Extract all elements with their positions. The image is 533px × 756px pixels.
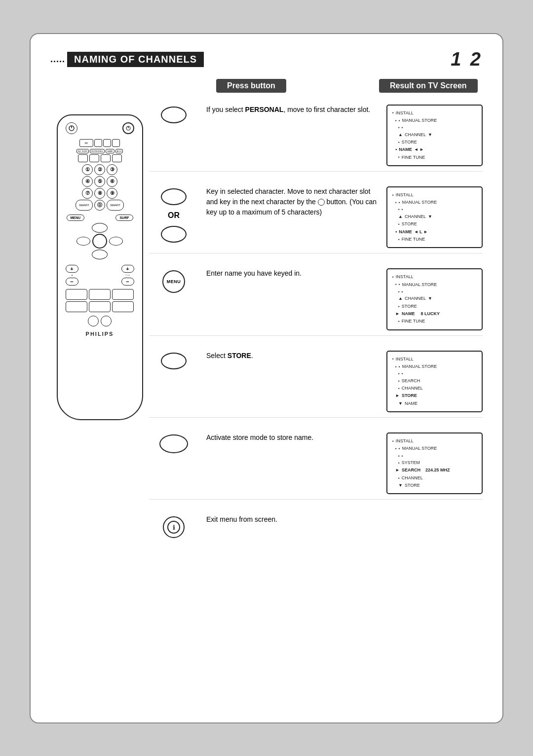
remote-btn-td2[interactable] [103, 139, 111, 147]
tv-line: ▪ STORE [392, 139, 477, 146]
remote-column: AV INC SURR INCREDIBLE GAME A/CH [50, 100, 149, 559]
tv-line: ▲ CHANNEL ▼ [392, 213, 477, 220]
tv-line: ▪ STORE [392, 220, 477, 228]
remote-btn-b1[interactable] [66, 289, 87, 300]
oval-button-2b[interactable] [161, 226, 187, 243]
tv-screen-3: ▪ INSTALL ▪ ▪ MANUAL STORE ▪ ▪ ▲ CHANNEL… [386, 268, 483, 330]
row5-screen: ▪ INSTALL ▪ ▪ MANUAL STORE ▪ ▪ ▪ SYSTEM … [386, 432, 483, 494]
row1-button-col [149, 105, 198, 123]
tv-line: ▼ STORE [392, 482, 477, 489]
remote-brand: PHILIPS [86, 331, 114, 337]
remote-btn-6[interactable]: ⑥ [107, 176, 117, 187]
tv-line: ▼ NAME [392, 400, 477, 407]
tv-line: ▪ STORE [392, 303, 477, 310]
remote-btn-0[interactable]: ⓪ [94, 200, 105, 211]
remote-btn-1[interactable]: ① [82, 164, 93, 175]
col-header-press: Press button [216, 79, 286, 93]
tv-line-active: ▪ NAME ◄ ► [392, 146, 477, 153]
tv-line: ▲ CHANNEL ▼ [392, 131, 477, 139]
row6-button-col: ℹ [149, 514, 198, 538]
row-1: If you select PERSONAL, move to first ch… [149, 100, 483, 172]
tv-line: ▪ INSTALL [392, 109, 477, 117]
tv-line: ▪ ▪ [392, 288, 477, 295]
remote-btn-7[interactable]: ⑦ [82, 188, 93, 199]
tv-screen-4: ▪ INSTALL ▪ ▪ MANUAL STORE ▪ ▪ ▪ SEARCH … [386, 351, 483, 412]
tv-screen-5: ▪ INSTALL ▪ ▪ MANUAL STORE ▪ ▪ ▪ SYSTEM … [386, 432, 483, 494]
remote-btn-power[interactable] [66, 122, 77, 134]
two-ovals-group: OR [161, 188, 187, 243]
tv-line: ▪ ▪ [392, 370, 477, 377]
remote-btn-4[interactable]: ④ [82, 176, 93, 187]
remote-btn-standby[interactable] [122, 122, 134, 134]
desc-text-1b: PERSONAL [245, 106, 284, 113]
tv-line-active: ► SEARCH 224.25 MHZ [392, 467, 477, 474]
tv-line: ▪ ▪ MANUAL STORE [392, 445, 477, 452]
tv-line-active: ► STORE [392, 392, 477, 399]
desc-text-5: Activate store mode to store name. [206, 433, 313, 441]
row1-screen: ▪ INSTALL ▪ ▪ MANUAL STORE ▪ ▪ ▲ CHANNEL… [386, 105, 483, 166]
tv-screen-2: ▪ INSTALL ▪ ▪ MANUAL STORE ▪ ▪ ▲ CHANNEL… [386, 186, 483, 248]
row2-description: Key in selected character. Move to next … [198, 186, 386, 217]
tv-line: ▪ CHANNEL [392, 474, 477, 482]
tv-line: ▪ INSTALL [392, 191, 477, 199]
tv-line-active: ▪ NAME ◄ L ► [392, 228, 477, 236]
remote-btn-9[interactable]: ⑨ [107, 188, 117, 199]
remote-btn-b4[interactable] [66, 301, 87, 312]
row4-screen: ▪ INSTALL ▪ ▪ MANUAL STORE ▪ ▪ ▪ SEARCH … [386, 351, 483, 412]
tv-screen-1: ▪ INSTALL ▪ ▪ MANUAL STORE ▪ ▪ ▲ CHANNEL… [386, 105, 483, 166]
title-box: ..... Naming of Channels [50, 52, 204, 67]
col-header-result: Result on TV Screen [379, 79, 478, 93]
remote-btn-td[interactable] [94, 139, 102, 147]
header: ..... Naming of Channels 1 2 [50, 49, 483, 70]
tv-line: ▪ SEARCH [392, 377, 477, 385]
row2-screen: ▪ INSTALL ▪ ▪ MANUAL STORE ▪ ▪ ▲ CHANNEL… [386, 186, 483, 248]
tv-line: ▪ CHANNEL [392, 385, 477, 392]
remote-control: AV INC SURR INCREDIBLE GAME A/CH [57, 114, 143, 420]
remote-btn-b3[interactable] [112, 289, 134, 300]
main-layout: AV INC SURR INCREDIBLE GAME A/CH [50, 100, 483, 559]
remote-btn-3[interactable]: ③ [107, 164, 117, 175]
oval-button-4[interactable] [161, 353, 187, 369]
remote-btn-5[interactable]: ⑤ [94, 176, 105, 187]
tv-line: ▪ INSTALL [392, 273, 477, 281]
row4-button-col [149, 351, 198, 369]
page-number: 1 2 [451, 49, 483, 70]
row-5: Activate store mode to store name. ▪ INS… [149, 428, 483, 500]
desc-text-1c: , move to first character slot. [283, 106, 370, 113]
desc-text-6: Exit menu from screen. [206, 515, 277, 523]
row6-description: Exit menu from screen. [198, 514, 386, 525]
desc-text-3: Enter name you have keyed in. [206, 269, 302, 277]
tv-line: ▪ INSTALL [392, 356, 477, 363]
tv-line: ▪ INSTALL [392, 437, 477, 445]
tv-line: ▲ CHANNEL ▼ [392, 295, 477, 302]
tv-line: ▪ FINE TUNE [392, 318, 477, 325]
remote-btn-b2[interactable] [89, 289, 111, 300]
tv-line: ▪ ▪ MANUAL STORE [392, 117, 477, 124]
page-title: Naming of Channels [67, 52, 204, 67]
oval-button-1[interactable] [161, 107, 187, 123]
tv-line: ▪ ▪ MANUAL STORE [392, 199, 477, 206]
row3-button-col: MENU [149, 268, 198, 293]
remote-btn-av[interactable]: AV [79, 139, 93, 147]
content-rows: If you select PERSONAL, move to first ch… [149, 100, 483, 559]
remote-btn-b5[interactable] [89, 301, 111, 312]
oval-button-5[interactable] [159, 434, 188, 453]
info-button[interactable]: ℹ [163, 516, 185, 538]
desc-text-1a: If you select [206, 106, 245, 113]
row1-description: If you select PERSONAL, move to first ch… [198, 105, 386, 115]
desc-text-4a: Select [206, 352, 228, 360]
menu-button[interactable]: MENU [162, 270, 185, 293]
svg-text:ℹ: ℹ [173, 524, 175, 531]
remote-btn-b6[interactable] [112, 301, 134, 312]
remote-btn-8[interactable]: ⑧ [94, 188, 105, 199]
oval-button-2a[interactable] [161, 188, 187, 205]
row5-description: Activate store mode to store name. [198, 432, 386, 443]
remote-btn-2[interactable]: ② [94, 164, 105, 175]
page: ..... Naming of Channels 1 2 Press butto… [30, 33, 503, 723]
tv-line: ▪ SYSTEM [392, 459, 477, 467]
desc-text-4b: STORE [228, 352, 251, 360]
tv-line: ▪ FINE TUNE [392, 236, 477, 243]
remote-btn-td3[interactable] [112, 139, 120, 147]
row5-button-col [149, 432, 198, 453]
desc-text-4c: . [251, 352, 253, 360]
